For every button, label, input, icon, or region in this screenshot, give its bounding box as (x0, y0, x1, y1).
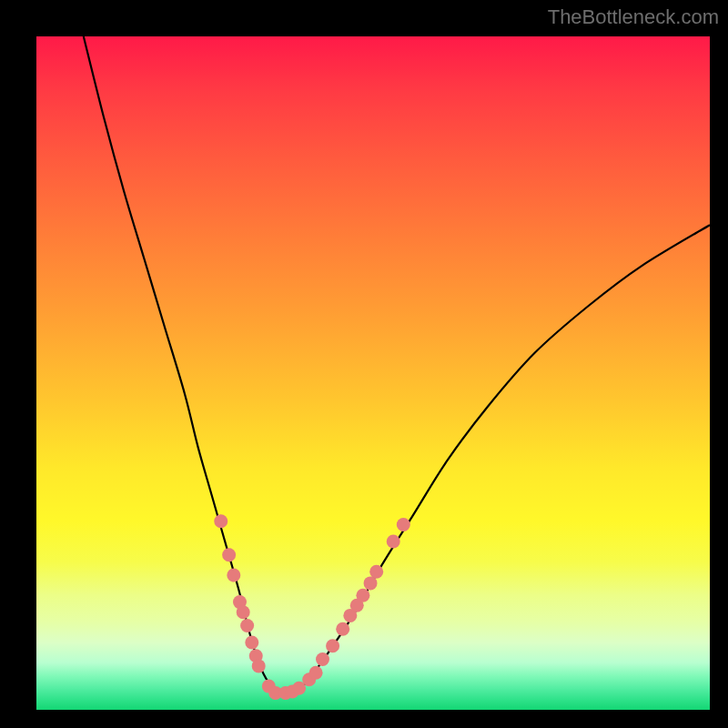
highlighted-point (237, 605, 250, 619)
highlighted-point (245, 636, 258, 650)
highlighted-points-group (214, 514, 410, 700)
highlighted-point (227, 569, 240, 582)
highlighted-point (240, 619, 254, 632)
highlighted-point (214, 514, 228, 528)
highlighted-point (336, 622, 349, 636)
highlighted-point (309, 666, 323, 680)
watermark-label: TheBottleneck.com (548, 5, 719, 29)
highlighted-point (356, 589, 369, 602)
chart-frame: TheBottleneck.com (0, 0, 728, 728)
bottleneck-curve (84, 36, 710, 694)
highlighted-point (316, 652, 329, 666)
highlighted-point (252, 659, 266, 672)
highlighted-point (326, 639, 339, 652)
plot-area (36, 36, 710, 710)
highlighted-point (369, 565, 383, 579)
highlighted-point (387, 535, 400, 549)
chart-overlay (36, 36, 710, 710)
highlighted-point (222, 548, 236, 561)
highlighted-point (397, 518, 410, 531)
